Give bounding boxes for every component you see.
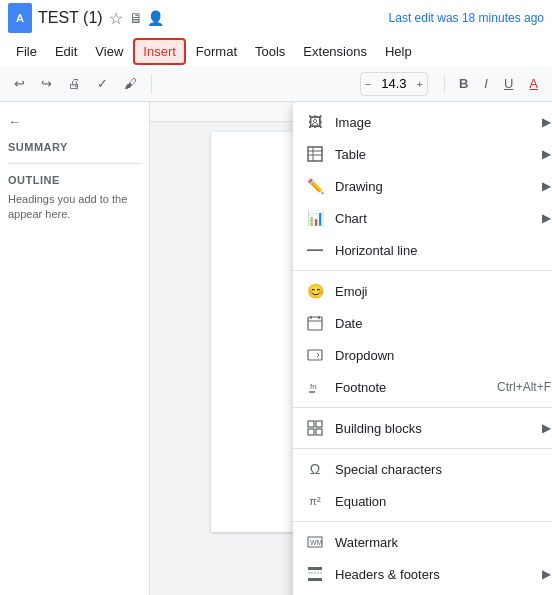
divider-2 xyxy=(293,407,552,408)
last-edit-text: Last edit was 18 minutes ago xyxy=(389,11,544,25)
print-button[interactable]: 🖨 xyxy=(62,72,87,95)
divider-4 xyxy=(293,521,552,522)
svg-rect-17 xyxy=(308,567,322,570)
svg-rect-12 xyxy=(316,421,322,427)
watermark-icon: WM xyxy=(305,532,325,552)
dropdown-icon xyxy=(305,345,325,365)
menu-item-watermark[interactable]: WM Watermark xyxy=(293,526,552,558)
font-size-control[interactable]: − 14.3 + xyxy=(360,72,428,96)
sidebar-outline-text: Headings you add to the appear here. xyxy=(8,192,141,223)
chart-arrow: ▶ xyxy=(542,211,551,225)
document-title[interactable]: TEST (1) xyxy=(38,9,103,27)
main-area: ← SUMMARY OUTLINE Headings you add to th… xyxy=(0,102,552,595)
sidebar-outline-label: OUTLINE xyxy=(8,174,141,186)
table-icon xyxy=(305,144,325,164)
format-controls: B I U A xyxy=(440,72,544,95)
menu-tools[interactable]: Tools xyxy=(247,40,293,63)
menu-view[interactable]: View xyxy=(87,40,131,63)
paint-format-button[interactable]: 🖌 xyxy=(118,72,143,95)
menu-bar: File Edit View Insert Format Tools Exten… xyxy=(0,36,552,66)
svg-rect-14 xyxy=(316,429,322,435)
svg-rect-11 xyxy=(308,421,314,427)
horizontal-line-icon: — xyxy=(305,240,325,260)
menu-item-table[interactable]: Table ▶ xyxy=(293,138,552,170)
svg-text:WM: WM xyxy=(310,539,323,546)
headers-footers-icon xyxy=(305,564,325,584)
sidebar-back-button[interactable]: ← xyxy=(8,114,141,129)
menu-file[interactable]: File xyxy=(8,40,45,63)
svg-text:fn: fn xyxy=(310,382,317,391)
dropdown-label: Dropdown xyxy=(335,348,551,363)
insert-dropdown-menu: 🖼 Image ▶ Table ▶ ✏️ Drawing ▶ 📊 xyxy=(293,102,552,595)
redo-button[interactable]: ↪ xyxy=(35,72,58,95)
divider-3 xyxy=(293,448,552,449)
special-chars-icon: Ω xyxy=(305,459,325,479)
svg-rect-4 xyxy=(308,317,322,330)
equation-icon: π² xyxy=(305,491,325,511)
svg-rect-8 xyxy=(308,350,322,360)
star-icon[interactable]: ☆ xyxy=(109,9,123,28)
menu-item-image[interactable]: 🖼 Image ▶ xyxy=(293,106,552,138)
building-blocks-icon xyxy=(305,418,325,438)
doc-area: 🖼 Image ▶ Table ▶ ✏️ Drawing ▶ 📊 xyxy=(150,102,552,595)
menu-item-equation[interactable]: π² Equation xyxy=(293,485,552,517)
menu-item-chart[interactable]: 📊 Chart ▶ xyxy=(293,202,552,234)
horizontal-line-label: Horizontal line xyxy=(335,243,551,258)
menu-edit[interactable]: Edit xyxy=(47,40,85,63)
menu-item-page-numbers[interactable]: # Page numbers ▶ xyxy=(293,590,552,595)
footnote-label: Footnote xyxy=(335,380,489,395)
building-blocks-label: Building blocks xyxy=(335,421,534,436)
svg-rect-0 xyxy=(308,147,322,161)
menu-item-special-chars[interactable]: Ω Special characters xyxy=(293,453,552,485)
menu-item-headers-footers[interactable]: Headers & footers ▶ xyxy=(293,558,552,590)
image-label: Image xyxy=(335,115,534,130)
menu-item-dropdown[interactable]: Dropdown xyxy=(293,339,552,371)
date-label: Date xyxy=(335,316,551,331)
table-arrow: ▶ xyxy=(542,147,551,161)
chart-label: Chart xyxy=(335,211,534,226)
menu-help[interactable]: Help xyxy=(377,40,420,63)
menu-item-date[interactable]: Date xyxy=(293,307,552,339)
italic-button[interactable]: I xyxy=(478,72,494,95)
footnote-icon: fn xyxy=(305,377,325,397)
font-size-increase[interactable]: + xyxy=(412,78,426,90)
spell-check-button[interactable]: ✓ xyxy=(91,72,114,95)
doc-icons: 🖥 👤 xyxy=(129,10,164,26)
image-arrow: ▶ xyxy=(542,115,551,129)
emoji-label: Emoji xyxy=(335,284,551,299)
drawing-label: Drawing xyxy=(335,179,534,194)
table-label: Table xyxy=(335,147,534,162)
underline-button[interactable]: U xyxy=(498,72,519,95)
sidebar-divider xyxy=(8,163,141,164)
doc-icon: A xyxy=(8,3,32,33)
bold-button[interactable]: B xyxy=(453,72,474,95)
sidebar: ← SUMMARY OUTLINE Headings you add to th… xyxy=(0,102,150,595)
image-icon: 🖼 xyxy=(305,112,325,132)
chart-icon: 📊 xyxy=(305,208,325,228)
date-icon xyxy=(305,313,325,333)
undo-button[interactable]: ↩ xyxy=(8,72,31,95)
title-bar: A TEST (1) ☆ 🖥 👤 Last edit was 18 minute… xyxy=(0,0,552,36)
menu-item-drawing[interactable]: ✏️ Drawing ▶ xyxy=(293,170,552,202)
strikethrough-button[interactable]: A xyxy=(523,72,544,95)
font-size-decrease[interactable]: − xyxy=(361,78,375,90)
menu-format[interactable]: Format xyxy=(188,40,245,63)
menu-item-horizontal-line[interactable]: — Horizontal line xyxy=(293,234,552,266)
menu-item-emoji[interactable]: 😊 Emoji xyxy=(293,275,552,307)
menu-item-footnote[interactable]: fn Footnote Ctrl+Alt+F xyxy=(293,371,552,403)
drawing-icon: ✏️ xyxy=(305,176,325,196)
font-size-value[interactable]: 14.3 xyxy=(375,76,412,91)
drawing-arrow: ▶ xyxy=(542,179,551,193)
menu-insert[interactable]: Insert xyxy=(133,38,186,65)
headers-footers-arrow: ▶ xyxy=(542,567,551,581)
sidebar-summary-label: SUMMARY xyxy=(8,141,141,153)
footnote-shortcut: Ctrl+Alt+F xyxy=(497,380,551,394)
toolbar-separator-2 xyxy=(444,74,445,94)
toolbar-separator-1 xyxy=(151,74,152,94)
svg-rect-18 xyxy=(308,578,322,581)
emoji-icon: 😊 xyxy=(305,281,325,301)
building-blocks-arrow: ▶ xyxy=(542,421,551,435)
menu-item-building-blocks[interactable]: Building blocks ▶ xyxy=(293,412,552,444)
menu-extensions[interactable]: Extensions xyxy=(295,40,375,63)
divider-1 xyxy=(293,270,552,271)
